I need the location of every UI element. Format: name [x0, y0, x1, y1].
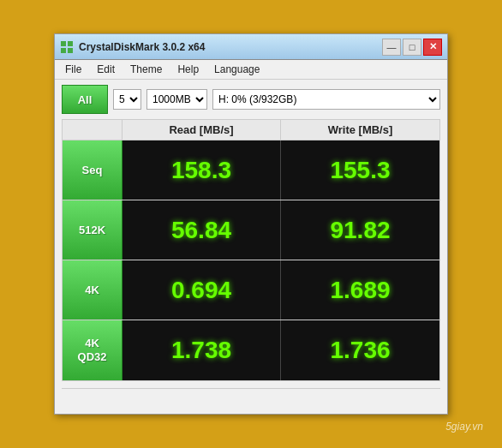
count-select[interactable]: 5 1 2 3	[113, 89, 141, 110]
row-4k: 4K 0.694 1.689	[63, 260, 439, 320]
title-bar-left: CrystalDiskMark 3.0.2 x64	[60, 40, 205, 54]
read-512k: 56.84	[123, 200, 281, 260]
row-seq: Seq 158.3 155.3	[63, 140, 439, 200]
benchmark-grid: Read [MB/s] Write [MB/s] Seq 158.3 155.3…	[62, 119, 440, 381]
toolbar: All 5 1 2 3 1000MB 100MB 500MB 2000MB 40…	[55, 80, 447, 119]
title-bar: CrystalDiskMark 3.0.2 x64 — □ ✕	[55, 34, 447, 60]
menu-language[interactable]: Language	[207, 62, 266, 77]
maximize-button[interactable]: □	[403, 39, 421, 56]
write-512k: 91.82	[281, 200, 439, 260]
svg-rect-3	[68, 48, 73, 53]
write-4k-qd32: 1.736	[281, 320, 439, 380]
menu-file[interactable]: File	[58, 62, 88, 77]
window-title: CrystalDiskMark 3.0.2 x64	[79, 41, 205, 53]
write-seq: 155.3	[281, 140, 439, 200]
read-4k-qd32: 1.738	[123, 320, 281, 380]
drive-select[interactable]: H: 0% (3/932GB)	[212, 89, 440, 110]
title-buttons: — □ ✕	[382, 39, 442, 56]
all-button[interactable]: All	[62, 85, 108, 114]
size-select[interactable]: 1000MB 100MB 500MB 2000MB 4000MB	[146, 89, 207, 110]
svg-rect-2	[61, 48, 66, 53]
app-icon	[60, 40, 74, 54]
menu-theme[interactable]: Theme	[123, 62, 169, 77]
close-button[interactable]: ✕	[423, 39, 442, 56]
watermark: 5giay.vn	[445, 421, 483, 433]
header-write: Write [MB/s]	[281, 120, 439, 140]
read-4k: 0.694	[123, 260, 281, 320]
label-seq: Seq	[63, 140, 123, 200]
menu-bar: File Edit Theme Help Language	[55, 60, 447, 80]
row-512k: 512K 56.84 91.82	[63, 200, 439, 260]
svg-rect-1	[68, 41, 73, 46]
app-window: CrystalDiskMark 3.0.2 x64 — □ ✕ File Edi…	[54, 33, 448, 415]
label-4k: 4K	[63, 260, 123, 320]
grid-header: Read [MB/s] Write [MB/s]	[63, 120, 439, 140]
header-label-col	[63, 120, 123, 140]
header-read: Read [MB/s]	[123, 120, 281, 140]
read-seq: 158.3	[123, 140, 281, 200]
row-4k-qd32: 4KQD32 1.738 1.736	[63, 320, 439, 380]
status-bar	[62, 388, 440, 407]
label-512k: 512K	[63, 200, 123, 260]
menu-edit[interactable]: Edit	[90, 62, 122, 77]
minimize-button[interactable]: —	[382, 39, 401, 56]
menu-help[interactable]: Help	[170, 62, 206, 77]
svg-rect-0	[61, 41, 66, 46]
write-4k: 1.689	[281, 260, 439, 320]
label-4k-qd32: 4KQD32	[63, 320, 123, 380]
